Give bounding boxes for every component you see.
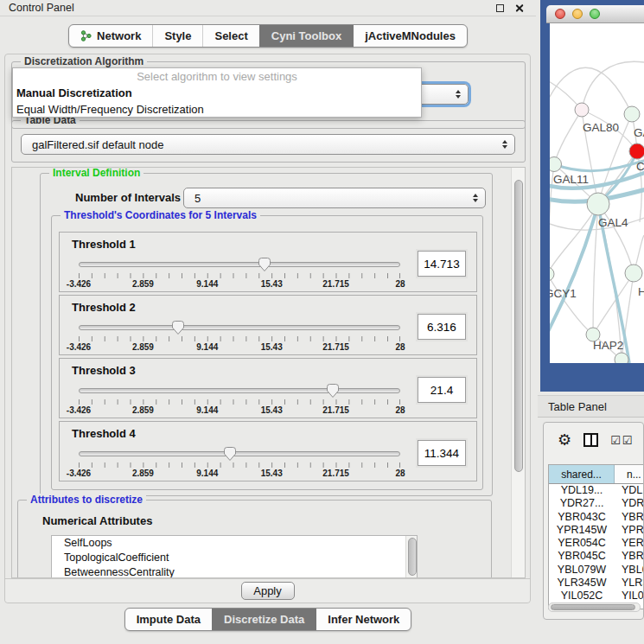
scrollbar-thumb[interactable] (551, 604, 635, 610)
stepper-icon (502, 140, 507, 149)
slider-scale-label: 15.43 (261, 279, 283, 289)
network-node-gal11[interactable] (550, 157, 562, 172)
tab-discretize-data[interactable]: Discretize Data (212, 609, 316, 630)
threshold-1-panel: Threshold 1 -3.4262.8599.14415.4321.7152… (59, 232, 477, 292)
tab-discretize-data-label: Discretize Data (224, 613, 304, 626)
slider-scale-label: 15.43 (261, 405, 283, 415)
mac-minimize-button[interactable] (572, 9, 583, 19)
list-item[interactable]: SelfLoops (52, 536, 417, 551)
slider-scale-label: 21.715 (322, 342, 349, 352)
threshold-1-value-field[interactable] (418, 251, 466, 277)
mac-close-button[interactable] (555, 9, 565, 19)
table-cell: YDL1 (615, 484, 643, 497)
number-of-intervals-combobox[interactable]: 5 (183, 188, 486, 208)
algorithm-option-manual-discretization[interactable]: Manual Discretization (13, 85, 421, 101)
control-panel-titlebar: Control Panel (0, 0, 536, 16)
algorithm-dropdown-popup: Select algorithm to view settings Manual… (12, 67, 422, 118)
tab-select-label: Select (214, 29, 247, 42)
slider-scale-label: 21.715 (322, 405, 349, 415)
table-cell: YDL19... (549, 484, 615, 497)
interval-definition-group: Interval Definition Number of Intervals … (40, 173, 493, 496)
table-cell: YPR1 (615, 524, 643, 537)
algorithm-option-equal-width-frequency[interactable]: Equal Width/Frequency Discretization (13, 101, 421, 118)
network-node-gcy1[interactable] (550, 267, 554, 281)
threshold-2-slider-track[interactable] (79, 325, 400, 330)
control-panel: Control Panel Network Style Select Cyni … (0, 0, 536, 644)
tab-infer-network-label: Infer Network (328, 613, 399, 626)
threshold-4-slider-thumb[interactable] (223, 446, 237, 462)
tab-impute-data[interactable]: Impute Data (125, 609, 212, 630)
mac-zoom-button[interactable] (590, 9, 600, 19)
cyni-toolbox-panel: Discretization Algorithm Select algorith… (4, 54, 531, 603)
tab-network-label: Network (97, 29, 141, 42)
table-row[interactable]: YBR045CYBR0 (549, 550, 643, 563)
apply-bar: Apply (5, 578, 530, 603)
algorithm-option-prompt[interactable]: Select algorithm to view settings (13, 68, 421, 85)
tab-jactivemnodules[interactable]: jActiveMNodules (353, 25, 467, 47)
scrollbar-thumb[interactable] (514, 180, 523, 472)
list-item[interactable]: TopologicalCoefficient (52, 551, 417, 565)
threshold-4-panel: Threshold 4 -3.4262.8599.14415.4321.7152… (59, 421, 477, 481)
tab-network[interactable]: Network (69, 25, 152, 47)
select-columns-icon[interactable]: ☑☑ (610, 434, 634, 447)
tab-cyni-toolbox[interactable]: Cyni Toolbox (259, 25, 353, 47)
network-window-titlebar[interactable] (546, 5, 644, 23)
table-row[interactable]: YIL052CYIL0 (549, 590, 643, 603)
threshold-3-value-field[interactable] (418, 377, 466, 403)
threshold-2-value-field[interactable] (418, 314, 466, 340)
table-row[interactable]: YER054CYER0 (549, 537, 643, 550)
table-row[interactable]: YBL079WYBL0 (549, 564, 643, 577)
tab-infer-network[interactable]: Infer Network (316, 609, 411, 630)
network-node-gal4[interactable] (587, 193, 609, 215)
threshold-1-slider-thumb[interactable] (258, 257, 271, 272)
threshold-3-slider-track[interactable] (79, 388, 400, 393)
table-cell: YIL052C (549, 590, 615, 603)
slider-scale-label: 28 (395, 405, 405, 415)
network-canvas[interactable]: GAL80 GA C GAL11 GAL4 GCY1 H HAP2 (550, 23, 644, 363)
table-data-combobox[interactable]: galFiltered.sif default node (21, 134, 515, 155)
table-row[interactable]: YBR043CYBR0 (549, 511, 643, 524)
threshold-3-slider-thumb[interactable] (326, 383, 340, 399)
threshold-4-value-field[interactable] (418, 440, 466, 466)
settings-vertical-scrollbar[interactable] (511, 168, 525, 577)
table-panel-toolbar: ⚙ ☑☑ (544, 423, 643, 457)
slider-scale-label: 2.859 (132, 405, 154, 415)
network-node-red[interactable] (629, 143, 644, 159)
gear-icon[interactable]: ⚙ (558, 432, 571, 448)
attributes-group-label: Attributes to discretize (27, 494, 146, 506)
apply-button[interactable]: Apply (241, 582, 295, 600)
table-cell: YIL0 (615, 590, 643, 603)
threshold-1-slider-track[interactable] (79, 262, 400, 267)
tab-select[interactable]: Select (202, 25, 258, 47)
scrollbar-thumb[interactable] (408, 538, 417, 576)
table-row[interactable]: YDR27...YDR2 (549, 497, 643, 510)
network-node-bottom[interactable] (615, 353, 628, 363)
table-row[interactable]: YPR145WYPR1 (549, 524, 643, 537)
float-window-icon[interactable] (496, 4, 504, 12)
slider-scale-label: 15.43 (261, 469, 283, 478)
table-horizontal-scrollbar[interactable] (548, 603, 641, 612)
column-header-name[interactable]: n... (615, 465, 643, 483)
list-item[interactable]: BetweennessCentrality (52, 565, 417, 578)
stepper-icon (456, 90, 461, 99)
network-node-gal80[interactable] (575, 103, 589, 117)
page-title: Control Panel (9, 2, 74, 14)
table-row[interactable]: YDL19...YDL1 (549, 484, 643, 497)
slider-scale: -3.4262.8599.14415.4321.71528 (79, 279, 400, 290)
threshold-2-slider-thumb[interactable] (171, 320, 185, 335)
slider-scale: -3.4262.8599.14415.4321.71528 (79, 469, 400, 479)
threshold-4-slider-track[interactable] (79, 451, 400, 456)
attributes-list-scrollbar[interactable] (405, 536, 417, 578)
network-node-top-right[interactable] (624, 106, 640, 122)
numerical-attributes-heading: Numerical Attributes (42, 514, 152, 527)
slider-scale-label: 9.144 (196, 405, 218, 415)
table-row[interactable]: YLR345WYLR3 (549, 577, 643, 590)
top-tabbar: Network Style Select Cyni Toolbox jActiv… (68, 24, 468, 48)
close-icon[interactable] (514, 3, 524, 13)
network-node-right[interactable] (625, 265, 642, 282)
table-cell: YBL079W (549, 564, 615, 577)
split-columns-icon[interactable] (583, 433, 598, 447)
tab-style[interactable]: Style (152, 25, 202, 47)
table-cell: YBR0 (615, 550, 643, 563)
column-header-shared-name[interactable]: shared... (549, 465, 615, 483)
